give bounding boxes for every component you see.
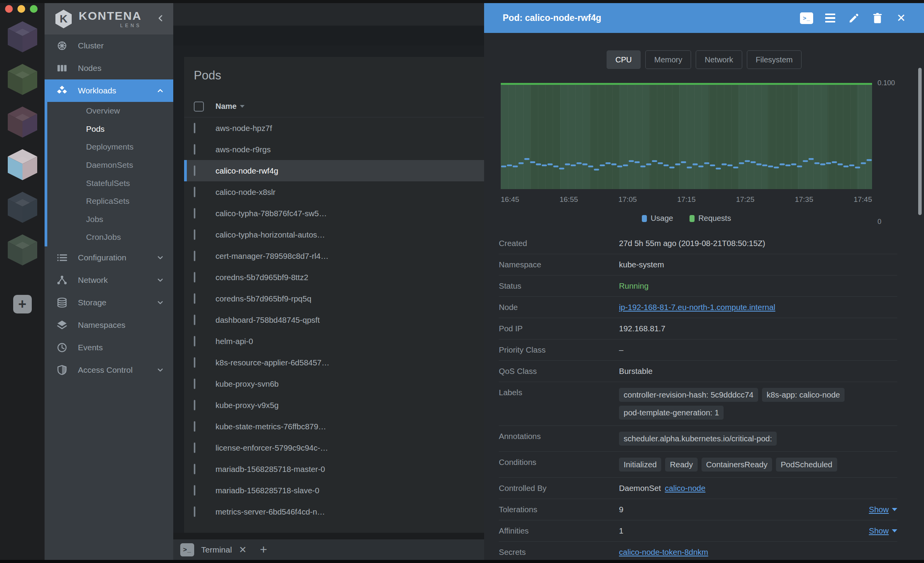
minimize-window-icon[interactable] (17, 5, 25, 13)
window-bottom-edge (0, 560, 924, 563)
workloads-submenu: OverviewPodsDeploymentsDaemonSetsStatefu… (45, 102, 173, 246)
detail-row-affinities: Affinities 1Show (499, 520, 897, 542)
detail-label: Tolerations (499, 505, 619, 514)
caret-down-icon (892, 529, 897, 532)
sidebar-subitem-pods[interactable]: Pods (47, 120, 173, 138)
chevron-down-icon (157, 276, 164, 284)
sidebar-item-configuration[interactable]: Configuration (45, 246, 173, 269)
detail-badge: controller-revision-hash: 5c9dddcc74 (619, 388, 758, 402)
close-icon[interactable]: ✕ (895, 12, 908, 24)
row-checkbox[interactable] (194, 442, 195, 453)
svg-text:K: K (60, 13, 67, 25)
sidebar-item-cluster[interactable]: Cluster (45, 34, 173, 57)
legend-requests[interactable]: Requests (690, 214, 731, 223)
row-checkbox[interactable] (194, 187, 195, 197)
sidebar-collapse-button[interactable] (157, 14, 165, 24)
status-badge: Running (619, 281, 648, 291)
sidebar-subitem-replicasets[interactable]: ReplicaSets (47, 192, 173, 210)
row-checkbox[interactable] (194, 165, 195, 176)
detail-badge: ContainersReady (702, 458, 772, 472)
configuration-icon (56, 252, 68, 263)
row-checkbox[interactable] (194, 315, 195, 325)
zoom-window-icon[interactable] (30, 5, 38, 13)
sidebar-subitem-daemonsets[interactable]: DaemonSets (47, 156, 173, 174)
detail-badge: Ready (665, 458, 697, 472)
row-checkbox[interactable] (194, 293, 195, 304)
drawer-scrollbar-thumb[interactable] (918, 68, 922, 215)
edit-icon[interactable] (847, 12, 860, 24)
cluster-list (7, 21, 38, 276)
row-checkbox[interactable] (194, 208, 195, 219)
namespaces-icon (56, 319, 68, 331)
sidebar-subitem-cronjobs[interactable]: CronJobs (47, 228, 173, 246)
sidebar-item-storage[interactable]: Storage (45, 291, 173, 314)
metrics-tab-memory[interactable]: Memory (645, 50, 691, 69)
detail-badge: PodScheduled (776, 458, 837, 472)
sidebar-item-workloads[interactable]: Workloads (45, 79, 173, 102)
cluster-icon (56, 40, 68, 52)
kontena-hexagon-logo-icon: K (55, 9, 72, 29)
sidebar-item-network[interactable]: Network (45, 269, 173, 291)
row-checkbox[interactable] (194, 272, 195, 282)
sidebar-item-namespaces[interactable]: Namespaces (45, 314, 173, 336)
cluster-icon-light-active[interactable] (7, 148, 38, 181)
sidebar-item-events[interactable]: Events (45, 336, 173, 359)
detail-link[interactable]: calico-node-token-8dnkm (619, 548, 708, 557)
sidebar-subitem-overview[interactable]: Overview (47, 102, 173, 120)
pod-logs-icon[interactable] (824, 12, 837, 24)
cluster-icon-green[interactable] (7, 63, 38, 96)
row-checkbox[interactable] (194, 336, 195, 346)
events-icon (56, 342, 68, 353)
detail-link[interactable]: calico-node (665, 484, 705, 493)
terminal-close-icon[interactable]: ✕ (239, 544, 247, 555)
close-window-icon[interactable] (5, 5, 13, 13)
sidebar-item-label: Workloads (78, 86, 116, 95)
pod-shell-icon[interactable]: >_ (800, 12, 813, 24)
detail-row-node: Node ip-192-168-81-7.eu-north-1.compute.… (499, 297, 897, 318)
row-checkbox[interactable] (194, 421, 195, 432)
cluster-icon-dark-green[interactable] (7, 234, 38, 266)
terminal-tab-label[interactable]: Terminal (201, 545, 232, 554)
sidebar-subitem-jobs[interactable]: Jobs (47, 210, 173, 229)
detail-row-created: Created 27d 5h 55m ago (2019-08-21T08:50… (499, 233, 897, 254)
show-toggle[interactable]: Show (869, 526, 897, 535)
detail-row-conditions: Conditions InitializedReadyContainersRea… (499, 452, 897, 478)
metrics-tab-filesystem[interactable]: Filesystem (747, 50, 802, 69)
sidebar-subitem-deployments[interactable]: Deployments (47, 138, 173, 156)
row-checkbox[interactable] (194, 357, 195, 368)
cluster-icon-maroon[interactable] (7, 106, 38, 138)
metrics-tabs: CPUMemoryNetworkFilesystem (484, 50, 924, 69)
row-checkbox[interactable] (194, 485, 195, 496)
cluster-icon-purple[interactable] (7, 21, 38, 53)
detail-row-qos-class: QoS Class Burstable (499, 361, 897, 382)
row-checkbox[interactable] (194, 123, 195, 133)
x-tick-label: 17:45 (853, 195, 872, 204)
show-toggle[interactable]: Show (869, 505, 897, 514)
detail-row-annotations: Annotations scheduler.alpha.kubernetes.i… (499, 426, 897, 452)
row-checkbox[interactable] (194, 400, 195, 410)
row-checkbox[interactable] (194, 506, 195, 517)
row-checkbox[interactable] (194, 251, 195, 261)
page-title: Pods (194, 69, 221, 83)
select-all-checkbox[interactable] (194, 102, 204, 112)
delete-icon[interactable] (871, 12, 884, 24)
row-checkbox[interactable] (194, 229, 195, 240)
row-checkbox[interactable] (194, 144, 195, 155)
cluster-icon-slate[interactable] (7, 191, 38, 224)
add-cluster-button[interactable]: + (13, 295, 32, 313)
y-axis-max-label: 0.100 (877, 79, 895, 87)
y-axis-min-label: 0 (877, 218, 881, 226)
detail-link[interactable]: ip-192-168-81-7.eu-north-1.compute.inter… (619, 303, 775, 312)
sidebar-item-access-control[interactable]: Access Control (45, 359, 173, 381)
sidebar-subitem-statefulsets[interactable]: StatefulSets (47, 174, 173, 192)
metrics-tab-network[interactable]: Network (696, 50, 742, 69)
detail-row-namespace: Namespace kube-system (499, 254, 897, 275)
sidebar-item-nodes[interactable]: Nodes (45, 57, 173, 79)
terminal-add-icon[interactable]: + (260, 542, 267, 557)
metrics-tab-cpu[interactable]: CPU (607, 50, 641, 69)
sidebar-item-label: Network (78, 275, 108, 285)
row-checkbox[interactable] (194, 464, 195, 474)
row-checkbox[interactable] (194, 379, 195, 389)
x-tick-label: 17:15 (677, 195, 696, 204)
legend-usage[interactable]: Usage (642, 214, 673, 223)
